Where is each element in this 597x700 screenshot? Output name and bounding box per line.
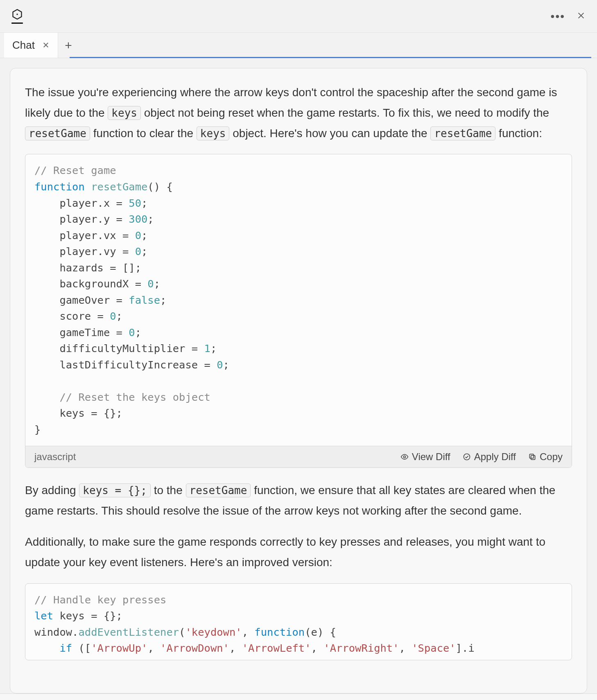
tok: (e) { [305,626,336,638]
tok: 1 [204,342,210,355]
tok: player.vx = [34,229,135,242]
tok: } [34,423,41,436]
svg-point-1 [403,456,405,458]
app-logo[interactable] [11,9,23,24]
tok: player.vy = [34,245,135,257]
tok: , [311,642,324,654]
tok: lastDifficultyIncrease = [34,359,217,371]
more-menu-button[interactable]: ••• [551,11,565,22]
tok: gameOver = [34,294,129,306]
code-content[interactable]: // Handle key presses let keys = {}; win… [25,584,572,660]
code-footer: javascript View Diff Apply Diff Copy [25,446,572,467]
tok: ; [141,245,147,257]
inline-code: resetGame [430,126,495,140]
tok: 'ArrowUp' [91,642,147,654]
tok: ; [141,197,147,209]
tab-strip: Chat + [0,33,597,58]
code-block: // Handle key presses let keys = {}; win… [25,583,572,660]
label: Apply Diff [474,451,516,463]
content-area: The issue you're experiencing where the … [0,58,597,693]
text: to the [151,484,186,497]
assistant-message-card: The issue you're experiencing where the … [10,68,587,693]
tok: 50 [129,197,141,209]
tok: ; [154,278,160,290]
code-language-label: javascript [34,451,76,463]
copy-button[interactable]: Copy [528,451,563,463]
text: function: [495,127,542,140]
tok: , [399,642,412,654]
tok: 'Space' [412,642,455,654]
tab-close-button[interactable] [42,39,50,52]
inline-code: keys [108,106,141,120]
tok: ; [116,310,122,322]
text: object not being reset when the game res… [141,106,549,119]
text: By adding [25,484,79,497]
tok: 0 [135,245,141,257]
apply-diff-button[interactable]: Apply Diff [463,451,516,463]
tok: 0 [135,229,141,242]
tok: window. [34,626,78,638]
inline-code: keys [197,126,230,140]
logo-underline [11,23,23,24]
code-line: // Reset game [34,164,116,176]
copy-icon [528,453,536,461]
tok: backgroundX = [34,278,147,290]
tok: ([ [72,642,91,654]
assistant-paragraph: Additionally, to make sure the game resp… [25,532,572,573]
svg-rect-3 [531,456,535,460]
inline-code: resetGame [186,483,251,497]
assistant-paragraph: By adding keys = {}; to the resetGame fu… [25,480,572,521]
tok: 'ArrowRight' [323,642,399,654]
label: View Diff [412,451,450,463]
tok: score = [34,310,110,322]
assistant-paragraph: The issue you're experiencing where the … [25,82,572,143]
hexagon-icon [11,9,23,20]
tok: 'keydown' [185,626,242,638]
code-block: // Reset game function resetGame() { pla… [25,154,572,468]
tok: ; [141,229,147,242]
tok: player.x = [34,197,129,209]
ide-chat-panel: ••• Chat + The issue you're experiencing [0,0,597,700]
check-circle-icon [463,453,471,461]
text: Additionally, to make sure the game resp… [25,535,545,569]
svg-point-0 [16,14,18,15]
tok: , [229,642,242,654]
tok: , [147,642,160,654]
topbar: ••• [0,0,597,33]
svg-rect-4 [529,454,534,458]
tok: 0 [147,278,154,290]
tok: ; [135,326,141,339]
tok: 'ArrowLeft' [242,642,311,654]
tok: addEventListener [78,626,179,638]
tok: resetGame [91,181,147,193]
tok: keys = {}; [53,610,122,622]
inline-code: resetGame [25,126,90,140]
tok: difficultyMultiplier = [34,342,204,355]
eye-icon [400,453,409,461]
tok: // Handle key presses [34,594,166,606]
tok: if [59,642,72,654]
tok: ; [210,342,217,355]
close-panel-button[interactable] [577,11,586,22]
tok: , [242,626,255,638]
status-bar [0,693,597,700]
tok: ; [147,213,154,225]
tok: 'ArrowDown' [160,642,229,654]
tab-chat[interactable]: Chat [4,33,58,58]
tab-label: Chat [12,39,35,52]
svg-point-2 [464,454,470,460]
tok: ( [179,626,185,638]
view-diff-button[interactable]: View Diff [400,451,450,463]
text: object. Here's how you can update the [229,127,430,140]
code-content[interactable]: // Reset game function resetGame() { pla… [25,154,572,446]
label: Copy [540,451,563,463]
tok: ; [160,294,166,306]
tok: keys = {}; [34,407,122,419]
new-tab-button[interactable]: + [58,33,79,58]
tok: ; [223,359,229,371]
tok: false [129,294,160,306]
tok: hazards = []; [34,262,141,274]
tok: // Reset the keys object [34,391,210,403]
tok: let [34,610,53,622]
close-icon [577,11,586,20]
